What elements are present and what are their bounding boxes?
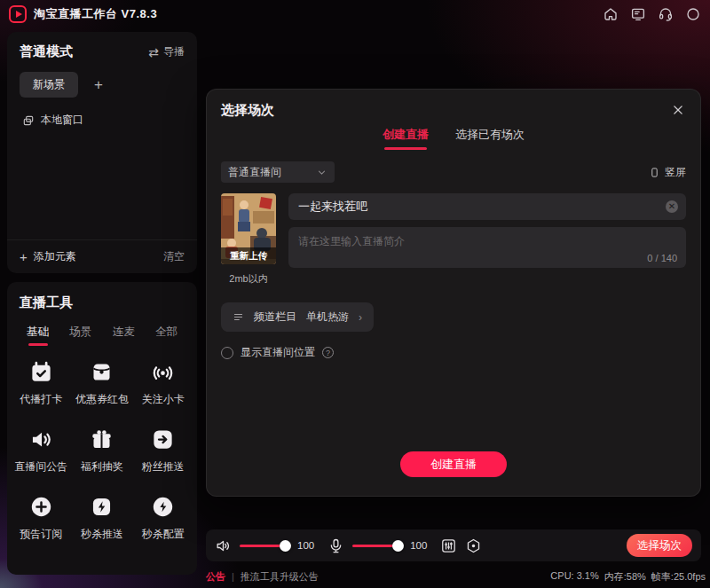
window-titlebar: 淘宝直播工作台 V7.8.3 [0, 0, 710, 28]
notice-link[interactable]: 推流工具升级公告 [241, 570, 319, 584]
tool-flash-config[interactable]: 秒杀配置 [132, 495, 193, 542]
show-location-checkbox[interactable] [221, 347, 233, 359]
slider-knob[interactable] [280, 540, 291, 552]
tab-scene[interactable]: 场景 [69, 325, 91, 346]
upload-size-hint: 2mb以内 [221, 272, 276, 286]
bottom-control-bar: 100 100 选择场次 [206, 529, 701, 561]
plus-circle-icon [29, 495, 53, 519]
close-icon[interactable] [670, 102, 686, 118]
plus-icon: + [20, 249, 28, 264]
broadcast-icon [151, 360, 175, 384]
settings-gear-icon[interactable] [465, 537, 482, 554]
fps-stat: 帧率:25.0fps [651, 570, 706, 584]
chevron-down-icon [316, 167, 327, 178]
add-element-button[interactable]: + 添加元素 [20, 249, 76, 264]
portrait-label: 竖屏 [665, 165, 686, 180]
chevron-right-icon: › [359, 311, 362, 324]
channel-value: 单机热游 [306, 310, 349, 325]
slider-knob[interactable] [392, 540, 404, 552]
live-title-input[interactable] [288, 193, 686, 220]
help-icon[interactable]: ? [322, 347, 334, 358]
tools-panel-title: 直播工具 [7, 282, 197, 311]
speaker-volume-slider[interactable] [240, 539, 289, 552]
headset-icon[interactable] [658, 6, 674, 22]
status-bar: 公告 | 推流工具升级公告 CPU: 3.1% 内存:58% 帧率:25.0fp… [206, 569, 706, 584]
tool-grid: 代播打卡 优惠券红包 关注小卡 直播间公告 福利抽奖 粉丝推送 预告订阅 秒杀 [7, 346, 197, 542]
divider: | [232, 571, 234, 582]
director-mode-button[interactable]: ⇄ 导播 [148, 44, 185, 59]
character-counter: 0 / 140 [647, 253, 677, 263]
speaker-volume-value: 100 [297, 540, 314, 551]
clear-input-icon[interactable]: ✕ [666, 200, 678, 213]
director-label: 导播 [163, 44, 185, 59]
tab-connect[interactable]: 连麦 [113, 325, 135, 346]
lightning-circle-icon [151, 495, 175, 519]
mic-volume-value: 100 [410, 540, 427, 551]
modal-title: 选择场次 [221, 102, 274, 119]
phone-portrait-icon [649, 167, 660, 178]
lightning-square-icon [90, 495, 114, 519]
tool-coupon[interactable]: 优惠券红包 [72, 360, 133, 407]
gift-icon [90, 427, 114, 451]
tab-basic[interactable]: 基础 [27, 325, 49, 346]
memory-stat: 内存:58% [604, 570, 646, 584]
tool-fan-push[interactable]: 粉丝推送 [132, 427, 193, 474]
reupload-overlay[interactable]: 重新上传 [221, 247, 276, 264]
tools-tabs: 基础 场景 连麦 全部 [7, 311, 197, 346]
tool-announcement[interactable]: 直播间公告 [11, 427, 72, 474]
mode-title: 普通模式 [20, 43, 73, 60]
mic-volume-slider[interactable] [352, 539, 402, 552]
live-description-textarea[interactable] [288, 227, 686, 268]
tool-follow-card[interactable]: 关注小卡 [132, 360, 193, 407]
room-type-value: 普通直播间 [228, 165, 281, 180]
app-logo-icon [9, 5, 27, 23]
tab-existing-session[interactable]: 选择已有场次 [455, 127, 525, 150]
system-stats: CPU: 3.1% 内存:58% 帧率:25.0fps [550, 570, 706, 584]
monitor-icon[interactable] [630, 6, 646, 22]
tool-preview-subscribe[interactable]: 预告订阅 [11, 495, 72, 542]
source-item-local-window[interactable]: 本地窗口 [7, 98, 197, 128]
notice-tag: 公告 [206, 570, 225, 584]
source-label: 本地窗口 [41, 113, 83, 128]
tool-checkin[interactable]: 代播打卡 [11, 360, 72, 407]
modal-tabs: 创建直播 选择已有场次 [207, 127, 700, 150]
scene-tab-new[interactable]: 新场景 [20, 72, 78, 98]
home-icon[interactable] [603, 6, 619, 22]
microphone-icon[interactable] [327, 537, 344, 554]
channel-category-button[interactable]: 频道栏目 单机热游 › [221, 302, 374, 332]
arrow-right-square-icon [151, 427, 175, 451]
channel-label: 频道栏目 [254, 310, 296, 325]
swap-icon: ⇄ [148, 46, 159, 59]
add-element-label: 添加元素 [34, 249, 76, 264]
app-title: 淘宝直播工作台 V7.8.3 [34, 6, 157, 22]
select-session-modal: 选择场次 创建直播 选择已有场次 普通直播间 竖屏 [206, 89, 701, 497]
cpu-stat: CPU: 3.1% [550, 570, 598, 584]
select-session-button[interactable]: 选择场次 [627, 534, 692, 557]
cover-upload[interactable]: 重新上传 [221, 193, 276, 264]
add-scene-button[interactable]: + [94, 77, 103, 92]
create-live-button[interactable]: 创建直播 [400, 451, 507, 477]
tab-create-live[interactable]: 创建直播 [383, 127, 429, 150]
tool-flash-push[interactable]: 秒杀推送 [72, 495, 133, 542]
portrait-mode-toggle[interactable]: 竖屏 [649, 165, 686, 180]
tool-lottery[interactable]: 福利抽奖 [72, 427, 133, 474]
scenes-panel: 普通模式 ⇄ 导播 新场景 + 本地窗口 + 添加元素 清空 [7, 32, 197, 273]
show-location-label: 显示直播间位置 [241, 345, 315, 360]
room-type-select[interactable]: 普通直播间 [221, 161, 335, 183]
speaker-icon [29, 427, 53, 451]
speaker-volume-icon[interactable] [215, 537, 232, 554]
clear-button[interactable]: 清空 [163, 249, 185, 264]
audio-mixer-icon[interactable] [440, 537, 457, 554]
list-icon [233, 311, 244, 323]
live-tools-panel: 直播工具 基础 场景 连麦 全部 代播打卡 优惠券红包 关注小卡 直播间公告 福… [7, 282, 197, 575]
calendar-check-icon [29, 360, 53, 384]
window-icon [22, 114, 35, 127]
cropped-edge-icon[interactable] [685, 6, 701, 22]
tab-all[interactable]: 全部 [155, 325, 178, 346]
coupon-icon [90, 360, 114, 384]
